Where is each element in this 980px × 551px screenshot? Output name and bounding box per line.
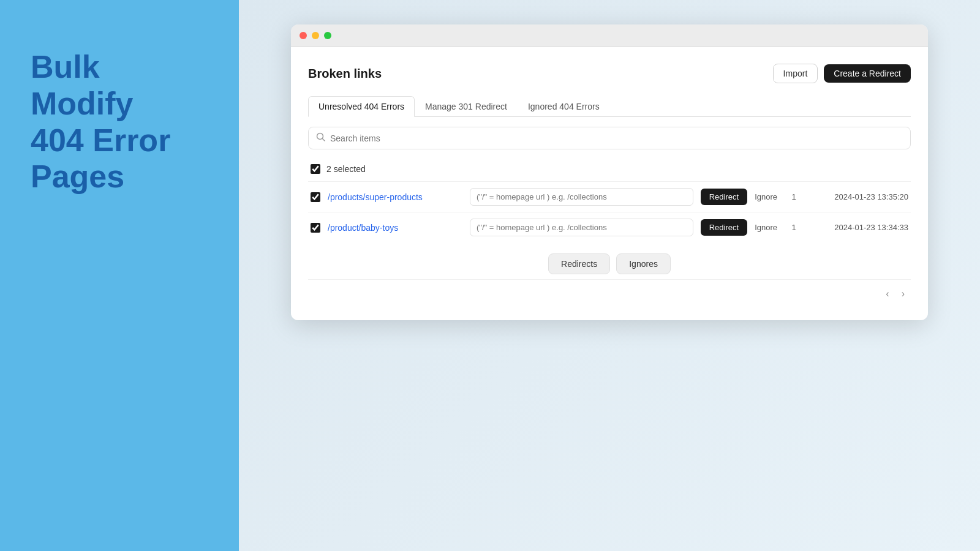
select-all-checkbox[interactable] (311, 164, 320, 174)
table-row: /product/baby-toys Redirect Ignore 1 202… (308, 212, 911, 242)
row2-link[interactable]: /product/baby-toys (328, 223, 462, 233)
row2-checkbox[interactable] (311, 223, 320, 233)
table-row: /products/super-products Redirect Ignore… (308, 181, 911, 212)
row2-date: 2024-01-23 13:34:33 (810, 223, 908, 232)
pagination-next[interactable]: › (898, 287, 908, 301)
row2-url-input[interactable] (470, 219, 693, 236)
row1-ignore-button[interactable]: Ignore (755, 192, 777, 201)
header-row: Broken links Import Create a Redirect (308, 64, 911, 83)
tab-manage301[interactable]: Manage 301 Redirect (415, 96, 518, 117)
left-panel: Bulk Modify 404 Error Pages (0, 0, 239, 551)
selected-row: 2 selected (308, 159, 911, 179)
right-panel: Broken links Import Create a Redirect Un… (239, 0, 980, 551)
search-bar (308, 127, 911, 149)
tab-ignored[interactable]: Ignored 404 Errors (518, 96, 610, 117)
title-bar (291, 24, 928, 47)
row2-redirect-button[interactable]: Redirect (701, 219, 747, 236)
row2-count: 1 (785, 223, 803, 232)
tab-unresolved[interactable]: Unresolved 404 Errors (308, 96, 415, 117)
row1-redirect-button[interactable]: Redirect (701, 189, 747, 205)
window-card: Broken links Import Create a Redirect Un… (291, 24, 928, 320)
row2-ignore-button[interactable]: Ignore (755, 223, 777, 232)
dot-green[interactable] (324, 32, 331, 39)
window-content: Broken links Import Create a Redirect Un… (291, 47, 928, 320)
search-icon (316, 132, 325, 144)
row1-link[interactable]: /products/super-products (328, 192, 462, 202)
tabs-bar: Unresolved 404 Errors Manage 301 Redirec… (308, 96, 911, 117)
bulk-redirects-button[interactable]: Redirects (548, 253, 610, 274)
selected-count: 2 selected (326, 164, 366, 174)
bulk-action-row: Redirects Ignores (308, 242, 911, 279)
import-button[interactable]: Import (773, 64, 818, 83)
hero-title: Bulk Modify 404 Error Pages (31, 49, 208, 195)
create-redirect-button[interactable]: Create a Redirect (824, 64, 911, 83)
row1-url-input[interactable] (470, 188, 693, 206)
row1-date: 2024-01-23 13:35:20 (810, 192, 908, 201)
header-buttons: Import Create a Redirect (773, 64, 911, 83)
page-title: Broken links (308, 67, 382, 81)
dot-red[interactable] (300, 32, 307, 39)
dot-yellow[interactable] (312, 32, 319, 39)
pagination-row: ‹ › (308, 279, 911, 303)
bulk-ignores-button[interactable]: Ignores (616, 253, 671, 274)
search-input[interactable] (330, 133, 903, 143)
row1-checkbox[interactable] (311, 192, 320, 202)
pagination-prev[interactable]: ‹ (882, 287, 892, 301)
row1-count: 1 (785, 192, 803, 201)
svg-line-1 (323, 139, 325, 141)
